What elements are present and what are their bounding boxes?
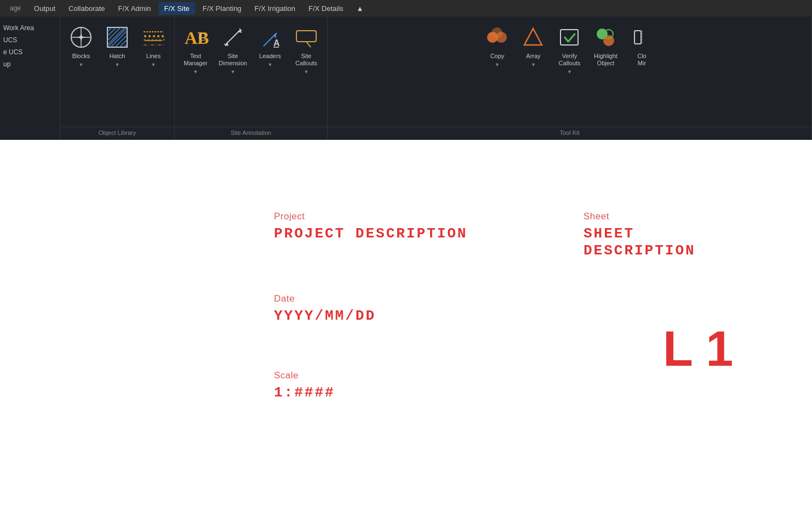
svg-text:A: A [273, 38, 280, 48]
sheet-value: SHEETDESCRIPTION [584, 225, 696, 259]
text-manager-dropdown-icon[interactable]: ▼ [193, 69, 198, 75]
svg-marker-33 [273, 33, 277, 38]
highlight-object-button[interactable]: HighlightObject [589, 22, 622, 69]
copy-icon [484, 24, 510, 50]
group-toolkit: Copy ▼ Array ▼ [328, 16, 812, 139]
menu-bar: age Output Collaborate F/X Admin F/X Sit… [0, 0, 812, 16]
leaders-button[interactable]: A Leaders ▼ [254, 22, 287, 70]
project-block: Project PROJECT DESCRIPTION [274, 211, 467, 253]
menu-item-output[interactable]: Output [28, 2, 61, 15]
blocks-icon [68, 24, 94, 50]
clone-mirror-label: CloMir [637, 53, 647, 67]
menu-item-fxdetails[interactable]: F/X Details [303, 2, 349, 15]
svg-rect-42 [561, 30, 578, 45]
svg-marker-41 [524, 29, 542, 45]
blocks-dropdown-icon[interactable]: ▼ [79, 62, 84, 67]
group-object-library: Blocks ▼ [60, 16, 175, 139]
group-site-annotation-label: Site Annotation [175, 127, 327, 139]
svg-line-8 [107, 27, 116, 36]
menu-item-page[interactable]: age [4, 2, 26, 14]
verify-callouts-icon [556, 24, 582, 50]
blocks-button[interactable]: Blocks ▼ [65, 22, 98, 70]
site-callouts-icon [293, 24, 319, 50]
group-object-library-label: Object Library [60, 127, 174, 139]
hatch-label: Hatch [110, 53, 125, 60]
site-dimension-icon [220, 24, 246, 50]
svg-rect-36 [296, 31, 316, 42]
site-callouts-button[interactable]: SiteCallouts ▼ [290, 22, 323, 77]
group-toolkit-content: Copy ▼ Array ▼ [328, 16, 811, 127]
scale-block: Scale 1:#### [274, 370, 335, 401]
ribbon-groups: Blocks ▼ [60, 16, 812, 139]
svg-point-40 [491, 27, 502, 38]
leaders-dropdown-icon[interactable]: ▼ [268, 62, 273, 67]
menu-item-fxplanting[interactable]: F/X Planting [197, 2, 247, 15]
array-dropdown-icon[interactable]: ▼ [531, 62, 536, 67]
menu-item-fxirrigation[interactable]: F/X Irrigation [249, 2, 301, 15]
scale-value: 1:#### [274, 384, 335, 401]
group-object-library-content: Blocks ▼ [60, 16, 174, 127]
copy-label: Copy [490, 53, 505, 60]
lines-dropdown-icon[interactable]: ▼ [151, 62, 156, 67]
scale-label: Scale [274, 370, 335, 381]
leaders-icon: A [257, 24, 283, 50]
site-callouts-label: SiteCallouts [295, 53, 317, 67]
svg-line-7 [107, 27, 112, 32]
svg-line-14 [119, 39, 127, 47]
date-label: Date [274, 293, 376, 304]
svg-rect-46 [634, 31, 641, 44]
text-manager-button[interactable]: AB C TextManager ▼ [179, 22, 212, 77]
verify-callouts-label: VerifyCallouts [559, 53, 581, 67]
site-dimension-button[interactable]: SiteDimension ▼ [215, 22, 250, 77]
sheet-number: L 1 [663, 321, 733, 377]
sidebar-label-up[interactable]: up [3, 58, 56, 70]
array-button[interactable]: Array ▼ [517, 22, 550, 70]
project-value: PROJECT DESCRIPTION [274, 225, 467, 242]
hatch-dropdown-icon[interactable]: ▼ [115, 62, 120, 67]
menu-item-collaborate[interactable]: Collaborate [63, 2, 111, 15]
array-icon [520, 24, 546, 50]
lines-label: Lines [146, 53, 161, 60]
sheet-label: Sheet [584, 211, 696, 222]
menu-item-fxadmin[interactable]: F/X Admin [113, 2, 157, 15]
site-callouts-dropdown-icon[interactable]: ▼ [304, 69, 309, 75]
array-label: Array [526, 53, 540, 60]
svg-line-37 [306, 42, 311, 47]
svg-text:C: C [199, 32, 205, 43]
svg-text:× × × × × ×: × × × × × × [144, 37, 165, 42]
main-canvas: Project PROJECT DESCRIPTION Date YYYY/MM… [0, 140, 812, 516]
svg-line-10 [107, 27, 125, 45]
date-value: YYYY/MM/DD [274, 308, 376, 324]
group-toolkit-label: Tool Kit [328, 127, 811, 139]
highlight-object-icon [592, 24, 619, 50]
blocks-label: Blocks [72, 53, 90, 60]
verify-callouts-button[interactable]: VerifyCallouts ▼ [553, 22, 586, 77]
text-manager-label: TextManager [184, 53, 207, 67]
hatch-button[interactable]: Hatch ▼ [101, 22, 134, 70]
sidebar-labels: Work Area UCS e UCS up [0, 16, 60, 139]
sidebar-label-eucs[interactable]: e UCS [3, 46, 56, 58]
hatch-icon [104, 24, 130, 50]
menu-arrow-icon[interactable]: ▲ [351, 2, 369, 15]
copy-button[interactable]: Copy ▼ [481, 22, 513, 70]
highlight-object-label: HighlightObject [594, 53, 617, 67]
leaders-label: Leaders [259, 53, 281, 60]
text-manager-icon: AB C [182, 24, 209, 50]
site-dimension-label: SiteDimension [219, 53, 247, 67]
ribbon: Work Area UCS e UCS up [0, 16, 812, 140]
menu-item-fxsite[interactable]: F/X Site [159, 2, 195, 15]
project-label: Project [274, 211, 467, 222]
sidebar-label-workarea[interactable]: Work Area [3, 22, 56, 34]
site-dimension-dropdown-icon[interactable]: ▼ [231, 69, 236, 75]
group-site-annotation: AB C TextManager ▼ [175, 16, 328, 139]
copy-dropdown-icon[interactable]: ▼ [495, 62, 500, 67]
lines-icon: × × × × × × [140, 24, 167, 50]
sheet-block: Sheet SHEETDESCRIPTION [584, 211, 696, 265]
verify-callouts-dropdown-icon[interactable]: ▼ [567, 69, 572, 75]
sidebar-label-ucs[interactable]: UCS [3, 34, 56, 46]
group-site-annotation-content: AB C TextManager ▼ [175, 16, 327, 127]
date-block: Date YYYY/MM/DD [274, 293, 376, 324]
clone-mirror-button[interactable]: CloMir [625, 22, 658, 69]
lines-button[interactable]: × × × × × × Lines ▼ [137, 22, 170, 70]
clone-mirror-icon [628, 24, 655, 50]
